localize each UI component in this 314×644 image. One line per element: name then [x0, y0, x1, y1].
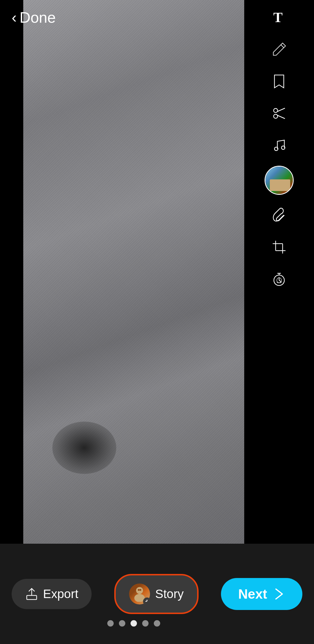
- paperclip-icon: [272, 208, 287, 223]
- left-sidebar: [0, 0, 23, 544]
- timer-tool-button[interactable]: [267, 267, 291, 291]
- export-button[interactable]: Export: [12, 579, 92, 609]
- location-thumbnail-image: [265, 167, 293, 194]
- scissors-icon: [272, 106, 287, 121]
- link-tool-button[interactable]: [267, 204, 291, 227]
- svg-point-2: [274, 108, 278, 113]
- text-tool-button[interactable]: T: [267, 6, 291, 29]
- done-label: Done: [19, 9, 56, 26]
- main-container: ‹ Done T: [0, 0, 314, 644]
- dot-1: [107, 620, 114, 627]
- music-tool-button[interactable]: [267, 134, 291, 157]
- timer-icon: [272, 272, 287, 287]
- music-icon: [272, 138, 287, 153]
- bottom-action-bar: Export + Story Next: [0, 544, 314, 644]
- story-button[interactable]: + Story: [114, 574, 199, 614]
- done-button[interactable]: ‹ Done: [12, 9, 56, 26]
- crop-tool-button[interactable]: [267, 236, 291, 259]
- next-button[interactable]: Next: [221, 578, 302, 610]
- next-arrow-icon: [272, 587, 285, 601]
- top-bar: ‹ Done: [12, 9, 56, 26]
- svg-rect-18: [27, 595, 37, 600]
- photo-texture: [23, 0, 244, 544]
- export-icon: [25, 587, 38, 601]
- photo-area: [23, 0, 244, 544]
- svg-line-1: [281, 45, 284, 48]
- add-to-story-icon: +: [143, 597, 150, 604]
- export-label: Export: [43, 587, 78, 601]
- building-shape: [270, 179, 290, 191]
- svg-point-20: [136, 587, 143, 594]
- svg-line-5: [277, 115, 285, 119]
- svg-point-22: [138, 589, 140, 591]
- location-sticker-button[interactable]: [265, 166, 294, 195]
- photo-shadow: [52, 422, 116, 474]
- story-label: Story: [155, 587, 184, 601]
- story-avatar: +: [129, 584, 150, 604]
- svg-point-3: [274, 114, 278, 118]
- dot-5: [154, 620, 160, 627]
- sticker-tool-button[interactable]: [267, 70, 291, 93]
- svg-text:T: T: [273, 10, 283, 25]
- scissors-tool-button[interactable]: [267, 102, 291, 125]
- text-icon: T: [272, 10, 287, 25]
- next-label: Next: [238, 586, 267, 602]
- dot-3-active: [131, 620, 137, 627]
- dot-2: [119, 620, 125, 627]
- svg-line-4: [277, 108, 285, 112]
- svg-point-23: [140, 589, 141, 591]
- pen-icon: [272, 42, 287, 57]
- draw-tool-button[interactable]: [267, 38, 291, 61]
- back-icon: ‹: [12, 10, 17, 25]
- dot-4: [142, 620, 149, 627]
- right-toolbar: T: [250, 6, 308, 291]
- crop-icon: [272, 240, 287, 255]
- sticker-icon: [272, 74, 287, 89]
- page-indicators: [23, 620, 244, 627]
